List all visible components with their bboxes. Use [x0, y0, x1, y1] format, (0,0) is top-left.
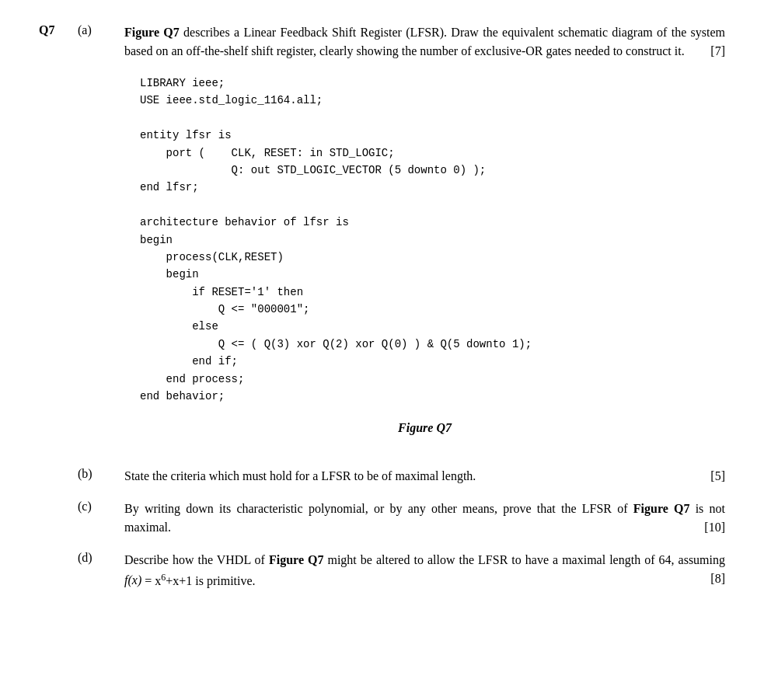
figure-caption-text: Figure Q7: [398, 421, 452, 434]
part-b-marks: [5]: [686, 467, 725, 486]
part-d-sup: 6: [161, 571, 166, 582]
part-a-label: (a): [78, 23, 124, 453]
part-c-marks: [10]: [686, 518, 725, 537]
part-b-text: State the criteria which must hold for a…: [124, 469, 476, 482]
part-b-content: State the criteria which must hold for a…: [124, 467, 725, 486]
part-d-figure-ref: Figure Q7: [269, 553, 324, 566]
part-d-text-mid: might be altered to allow the LFSR to ha…: [323, 553, 725, 566]
figure-caption: Figure Q7: [124, 419, 725, 437]
question-q7: Q7 (a) Figure Q7 describes a Linear Feed…: [39, 23, 725, 604]
part-c-label: (c): [78, 500, 124, 537]
part-d-equation: = x6+x+1 is primitive.: [141, 574, 255, 587]
question-number: Q7: [39, 23, 78, 604]
part-d-marks: [8]: [686, 569, 725, 588]
part-a-marks: [7]: [686, 42, 725, 61]
part-a-text: Figure Q7 describes a Linear Feedback Sh…: [124, 26, 725, 57]
part-c-row: (c) By writing down its characteristic p…: [78, 500, 725, 537]
part-d-content: Describe how the VHDL of Figure Q7 might…: [124, 551, 725, 590]
part-d-row: (d) Describe how the VHDL of Figure Q7 m…: [78, 551, 725, 590]
question-content: (a) Figure Q7 describes a Linear Feedbac…: [78, 23, 725, 604]
part-d-label: (d): [78, 551, 124, 590]
vhdl-code: LIBRARY ieee; USE ieee.std_logic_1164.al…: [140, 75, 725, 405]
part-b-label: (b): [78, 467, 124, 486]
figure-q7-ref-bold: Figure Q7: [124, 26, 180, 39]
part-d-text-before: Describe how the VHDL of: [124, 553, 269, 566]
part-c-figure-ref: Figure Q7: [633, 502, 690, 515]
part-a-row: (a) Figure Q7 describes a Linear Feedbac…: [78, 23, 725, 453]
part-c-content: By writing down its characteristic polyn…: [124, 500, 725, 537]
part-c-text-before: By writing down its characteristic polyn…: [124, 502, 633, 515]
part-d-fx: f(x): [124, 574, 141, 587]
part-a-content: Figure Q7 describes a Linear Feedback Sh…: [124, 23, 725, 453]
part-b-row: (b) State the criteria which must hold f…: [78, 467, 725, 486]
